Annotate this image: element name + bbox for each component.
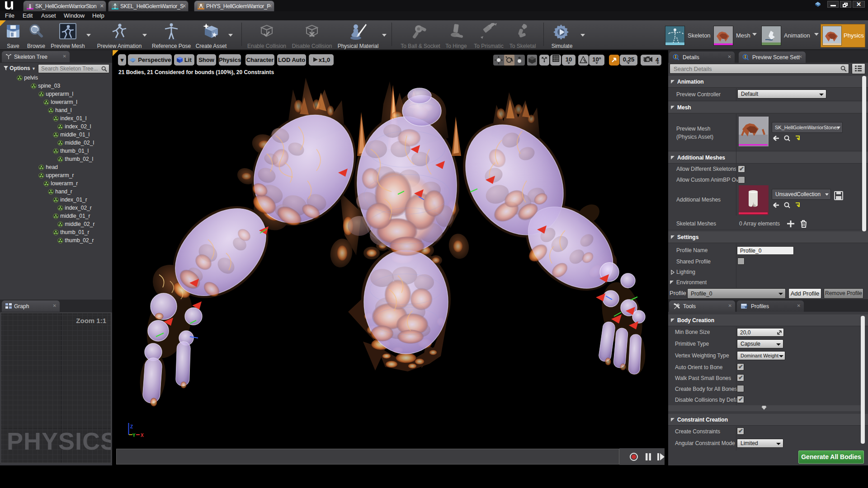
svg-text:Z: Z <box>130 424 133 429</box>
svg-text:X: X <box>141 433 144 438</box>
svg-text:Y: Y <box>132 433 136 438</box>
